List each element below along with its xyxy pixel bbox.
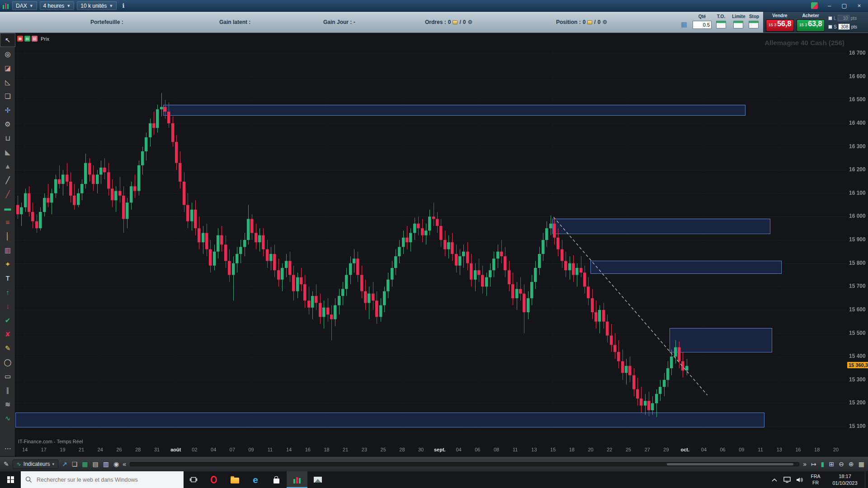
price-series-label[interactable]: Prix — [41, 36, 49, 42]
position-count-2: 0 — [598, 19, 601, 25]
sell-button[interactable]: 15 3 56,8 — [766, 19, 794, 32]
file-explorer-icon[interactable] — [224, 471, 245, 488]
eraser-tool[interactable]: ◪ — [0, 61, 15, 75]
cone-tool[interactable]: ▲ — [0, 159, 15, 173]
task-view-button[interactable] — [184, 471, 203, 488]
limit-order-icon[interactable] — [733, 21, 743, 28]
limit-distance-checkbox[interactable] — [828, 16, 832, 20]
units-selector[interactable]: 10 k unités ▼ — [77, 1, 117, 10]
table-icon[interactable]: ▦ — [82, 461, 88, 467]
buy-button[interactable]: 15 3 63,8 — [797, 19, 825, 32]
stop-distance-input[interactable] — [838, 23, 850, 30]
channel-tool[interactable]: ∥ — [0, 383, 15, 397]
orders-window-icon[interactable] — [453, 20, 458, 24]
zoom-out-icon[interactable]: ⊖ — [839, 461, 844, 467]
arrow-up-tool[interactable]: ↑ — [0, 285, 15, 299]
position-settings-icon[interactable]: ⚙ — [602, 19, 607, 25]
indicators-button[interactable]: ∿ Indicateurs ▾ — [13, 460, 58, 469]
opera-icon[interactable] — [203, 471, 224, 488]
taskbar-search[interactable] — [21, 471, 184, 488]
snapshot-icon[interactable]: ◉ — [113, 461, 119, 467]
maximize-button[interactable]: ▢ — [838, 0, 850, 11]
to-order-icon[interactable] — [716, 21, 726, 28]
rectangle-tool[interactable]: ▭ — [0, 369, 15, 383]
move-tool[interactable]: ✢ — [0, 103, 15, 117]
instrument-selector[interactable]: DAX ▼ — [12, 1, 37, 10]
ellipse-tool[interactable]: ◯ — [0, 355, 15, 369]
pattern-tool[interactable]: ▥ — [0, 243, 15, 257]
timeframe-selector[interactable]: 4 heures ▼ — [40, 1, 75, 10]
measure-tool[interactable]: ◺ — [0, 75, 15, 89]
jump-to-end-icon[interactable]: ↦ — [811, 461, 816, 467]
fit-zoom-icon[interactable]: ⊞ — [829, 461, 835, 467]
taskbar-clock[interactable]: 18:17 01/10/2023 — [825, 473, 865, 486]
orders-overlay-icon[interactable]: ▤ — [24, 36, 30, 42]
horizontal-segment-tool[interactable]: ▬ — [0, 201, 15, 215]
scroll-right-icon[interactable]: » — [803, 461, 807, 467]
keypad-icon[interactable]: ▦ — [679, 20, 689, 29]
start-button[interactable] — [0, 471, 21, 488]
trendline-tool[interactable]: ╱ — [0, 173, 15, 187]
cancel-tool[interactable]: ✘ — [0, 327, 15, 341]
show-desktop-button[interactable] — [865, 471, 868, 488]
settings-tool[interactable]: ⚙ — [0, 117, 15, 131]
price-axis-label: 16 400 — [849, 120, 866, 126]
text-tool[interactable]: T — [0, 271, 15, 285]
time-axis-label: 14 — [22, 447, 28, 452]
time-axis-label: 25 — [626, 447, 631, 452]
positions-overlay-icon[interactable]: ▥ — [32, 36, 38, 42]
search-input[interactable] — [36, 476, 179, 483]
draw-pen-icon[interactable]: ✎ — [4, 461, 9, 467]
limit-distance-input[interactable] — [838, 15, 849, 21]
copy-window-icon[interactable]: ❏ — [72, 461, 78, 467]
edge-icon[interactable]: e — [245, 471, 266, 488]
share-icon[interactable]: ↗ — [62, 461, 67, 467]
position-window-icon[interactable] — [587, 20, 592, 24]
zigzag-tool[interactable]: ∿ — [0, 411, 15, 425]
calendar-icon[interactable]: ▦ — [859, 461, 864, 467]
stop-distance-checkbox[interactable] — [828, 25, 832, 29]
minimize-button[interactable]: – — [823, 0, 835, 11]
photos-icon[interactable] — [307, 471, 328, 488]
language-indicator[interactable]: FRA FR — [806, 474, 825, 485]
magic-wand-tool[interactable]: ✦ — [0, 257, 15, 271]
trash-tool[interactable]: ⊔ — [0, 131, 15, 145]
orders-separator: / — [459, 19, 461, 25]
more-tools-icon[interactable]: ⋯ — [0, 445, 15, 453]
display-tray-button[interactable] — [781, 471, 793, 488]
validate-tool[interactable]: ✔ — [0, 313, 15, 327]
store-icon[interactable] — [266, 471, 287, 488]
time-axis-label: 04 — [211, 447, 216, 452]
quantity-input[interactable] — [693, 21, 712, 29]
triangle-tool[interactable]: ◣ — [0, 145, 15, 159]
zoom-tool[interactable]: ◎ — [0, 47, 15, 61]
duplicate-tool[interactable]: ❏ — [0, 89, 15, 103]
stop-order-icon[interactable] — [749, 21, 759, 28]
trading-app-icon[interactable] — [287, 471, 307, 488]
realtime-candle-icon[interactable]: ▮ — [821, 461, 825, 467]
chart-scrollbar-thumb[interactable] — [667, 463, 793, 465]
chart-style-icon[interactable]: ▥ — [103, 461, 109, 467]
time-axis-label: 23 — [362, 447, 367, 452]
list-icon[interactable]: ▤ — [93, 461, 99, 467]
price-chart[interactable] — [15, 33, 868, 456]
vertical-line-tool[interactable]: │ — [0, 229, 15, 243]
arrow-down-tool[interactable]: ↓ — [0, 299, 15, 313]
alerts-icon[interactable]: ▦ — [17, 36, 23, 42]
chart-scrollbar[interactable] — [130, 462, 799, 466]
orders-settings-icon[interactable]: ⚙ — [467, 19, 472, 25]
close-button[interactable]: × — [853, 0, 865, 11]
zoom-in-icon[interactable]: ⊕ — [849, 461, 854, 467]
scroll-left-icon[interactable]: « — [123, 461, 126, 467]
pencil-tool[interactable]: ✎ — [0, 341, 15, 355]
chart-area: ▦ ▤ ▥ Prix Allemagne 40 Cash (256) IT-Fi… — [15, 33, 868, 456]
hidden-icons-button[interactable] — [768, 471, 781, 488]
select-tool[interactable]: ↖ — [0, 33, 15, 47]
time-axis-label: 18 — [814, 447, 820, 452]
volume-tray-button[interactable] — [793, 471, 806, 488]
extended-line-tool[interactable]: ╱ — [0, 187, 15, 201]
info-icon[interactable]: ℹ — [122, 2, 124, 9]
limit-distance-unit: pts — [851, 16, 857, 21]
horizontal-line-tool[interactable]: ≡ — [0, 215, 15, 229]
fibonacci-tool[interactable]: ≋ — [0, 397, 15, 411]
